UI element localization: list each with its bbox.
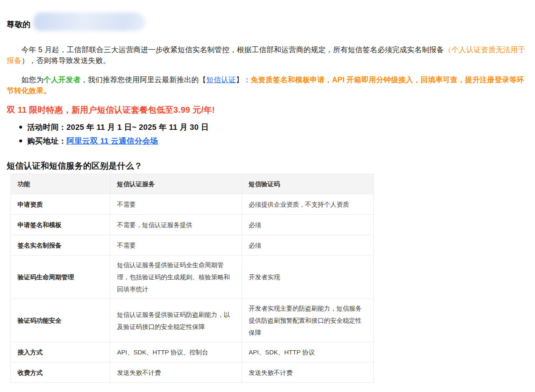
redacted-recipient-name (33, 13, 145, 31)
table-row: 收费方式 发送失败不计费 发送失败不计费 (11, 362, 374, 383)
promo-headline: 双 11 限时特惠，新用户短信认证套餐包低至3.99 元/年! (7, 105, 528, 115)
promo-bullet-list: 活动时间：2025 年 11 月 1 日~ 2025 年 11 月 30 日 购… (0, 120, 535, 148)
row-verification-code-value: API、SDK、HTTP 协议 (242, 342, 374, 362)
recommend-text-2: ，我们推荐您使用阿里云最新推出的【 (81, 76, 206, 84)
row-auth-service-value: API、SDK、HTTP 协议、控制台 (110, 342, 242, 362)
row-verification-code-value: 发送失败不计费 (242, 362, 374, 383)
row-feature-label: 验证码功能安全 (11, 299, 110, 342)
row-verification-code-value: 必须提供企业资质，不支持个人资质 (242, 194, 374, 215)
purchase-address-label: 购买地址： (27, 137, 66, 145)
row-verification-code-value: 开发者实现主要的防盗刷能力，短信服务提供防盗刷预警配置和接口的安全稳定性保障 (242, 299, 374, 342)
table-row: 验证码生命周期管理 短信认证服务提供验证码全生命周期管理，包括验证码的生成规则、… (11, 255, 374, 299)
row-auth-service-value: 不需要，短信认证服务提供 (110, 215, 242, 235)
row-feature-label: 申请签名和模板 (11, 215, 110, 235)
row-auth-service-value: 不需要 (110, 194, 242, 215)
recommend-text-3: 】： (236, 76, 250, 84)
comparison-table: 功能 短信认证服务 短信验证码 申请资质 不需要 必须提供企业资质，不支持个人资… (10, 174, 374, 383)
row-feature-label: 签名实名制报备 (11, 235, 110, 255)
developer-type-highlight: 个人开发者 (43, 76, 81, 84)
table-row: 申请签名和模板 不需要，短信认证服务提供 必须 (11, 215, 374, 235)
header-sms-auth-service: 短信认证服务 (110, 174, 242, 194)
row-verification-code-value: 开发者实现 (242, 255, 374, 299)
paragraph-policy-intro: 今年 5 月起，工信部联合三大运营商进一步收紧短信实名制管控，根据工信部和运营商… (7, 44, 528, 66)
policy-text-end: ），否则将导致发送失败。 (21, 56, 110, 65)
row-auth-service-value: 发送失败不计费 (110, 362, 242, 383)
paragraph-recommendation: 如您为个人开发者，我们推荐您使用阿里云最新推出的【短信认证】：免资质签名和模板申… (7, 74, 528, 96)
row-feature-label: 申请资质 (11, 194, 110, 215)
table-row: 申请资质 不需要 必须提供企业资质，不支持个人资质 (11, 194, 374, 215)
announcement-page: 尊敬的 今年 5 月起，工信部联合三大运营商进一步收紧短信实名制管控，根据工信部… (0, 0, 535, 383)
activity-time-value: 2025 年 11 月 1 日~ 2025 年 11 月 30 日 (66, 123, 209, 132)
table-row: 接入方式 API、SDK、HTTP 协议、控制台 API、SDK、HTTP 协议 (11, 342, 374, 362)
row-auth-service-value: 不需要 (110, 235, 242, 255)
section-title: 短信认证和短信服务的区别是什么？ (7, 160, 528, 171)
table-row: 签名实名制报备 不需要 必须 (11, 235, 374, 255)
policy-text: 今年 5 月起，工信部联合三大运营商进一步收紧短信实名制管控，根据工信部和运营商… (21, 46, 444, 54)
bullet-purchase-address: 购买地址：阿里云双 11 云通信分会场 (7, 134, 535, 148)
row-feature-label: 验证码生命周期管理 (11, 255, 110, 299)
recommend-text-1: 如您为 (21, 76, 43, 84)
table-header-row: 功能 短信认证服务 短信验证码 (11, 174, 374, 194)
row-feature-label: 收费方式 (11, 362, 110, 383)
row-verification-code-value: 必须 (242, 215, 374, 235)
greeting-text: 尊敬的 (7, 20, 31, 29)
double11-venue-link[interactable]: 阿里云双 11 云通信分会场 (66, 137, 158, 145)
row-auth-service-value: 短信认证服务提供验证码防盗刷能力，以及验证码接口的安全稳定性保障 (110, 299, 242, 342)
row-verification-code-value: 必须 (242, 235, 374, 255)
table-row: 验证码功能安全 短信认证服务提供验证码防盗刷能力，以及验证码接口的安全稳定性保障… (11, 299, 374, 342)
row-feature-label: 接入方式 (11, 342, 110, 362)
sms-auth-link[interactable]: 短信认证 (206, 76, 236, 84)
bullet-activity-time: 活动时间：2025 年 11 月 1 日~ 2025 年 11 月 30 日 (7, 120, 535, 134)
header-feature: 功能 (11, 174, 110, 194)
activity-time-label: 活动时间： (27, 123, 66, 132)
header-sms-verification-code: 短信验证码 (242, 174, 374, 194)
row-auth-service-value: 短信认证服务提供验证码全生命周期管理，包括验证码的生成规则、核验策略和回填率统计 (110, 255, 242, 299)
greeting-row: 尊敬的 (0, 0, 535, 29)
